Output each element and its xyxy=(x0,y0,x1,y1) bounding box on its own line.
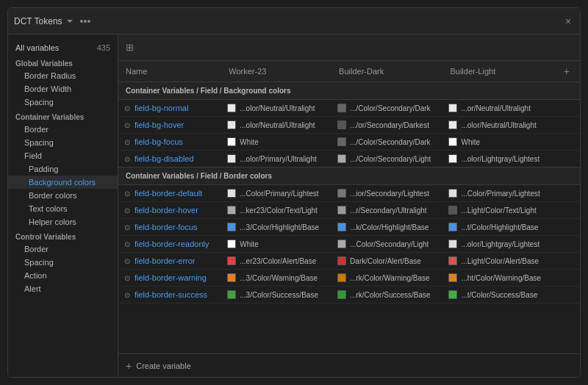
sidebar-item-control-spacing[interactable]: Spacing xyxy=(8,256,118,269)
section-container-variables: Container Variables xyxy=(8,109,118,123)
variable-icon: ⊙ xyxy=(124,274,130,282)
empty-cell xyxy=(553,219,580,236)
name-cell: ⊙ field-bg-focus xyxy=(118,134,221,151)
value-text: ...or/Neutral/Ultralight xyxy=(461,104,530,112)
color-swatch xyxy=(337,206,346,215)
builder-light-cell: ...t/Color/Success/Base xyxy=(442,287,553,303)
color-swatch xyxy=(337,137,346,146)
color-swatch xyxy=(448,223,457,231)
sidebar-item-background-colors[interactable]: Background colors xyxy=(8,176,118,189)
value-text: ...Color/Primary/Lightest xyxy=(240,190,318,198)
worker23-cell: ...ker23/Color/Text/Light xyxy=(221,202,331,219)
title-bar-right: × xyxy=(562,15,574,27)
builder-dark-cell: .../Color/Secondary/Light xyxy=(331,151,442,168)
builder-dark-cell: ...k/Color/Highlight/Base xyxy=(331,219,442,236)
worker23-cell: ...3/Color/Warning/Base xyxy=(221,270,331,287)
color-swatch xyxy=(337,154,346,163)
name-cell: ⊙ field-border-error xyxy=(118,253,221,270)
sidebar-item-container-spacing[interactable]: Spacing xyxy=(8,136,118,149)
more-options-button[interactable]: ••• xyxy=(77,14,94,29)
value-text: ...olor/Lightgray/Lightest xyxy=(461,155,539,163)
section-control-variables: Control Variables xyxy=(8,229,118,242)
color-swatch xyxy=(227,223,236,231)
value-text: ...Color/Primary/Lightest xyxy=(461,190,539,198)
value-text: ...r/Secondary/Ultralight xyxy=(350,206,427,215)
section-header-bg: Container Variables / Field / Background… xyxy=(118,82,580,100)
worker23-cell: ...Color/Primary/Lightest xyxy=(221,185,331,202)
builder-light-cell: ...ht/Color/Warning/Base xyxy=(442,270,553,287)
variable-name[interactable]: field-bg-hover xyxy=(135,120,184,129)
value-text: White xyxy=(461,138,480,146)
sidebar-item-field[interactable]: Field xyxy=(8,149,118,162)
value-text: ...Light/Color/Text/Light xyxy=(461,206,536,215)
builder-dark-cell: Dark/Color/Alert/Base xyxy=(331,253,442,270)
builder-dark-cell: .../Color/Secondary/Dark xyxy=(331,134,442,151)
create-variable-icon: + xyxy=(126,360,132,372)
color-swatch xyxy=(448,290,457,299)
empty-cell xyxy=(553,270,580,287)
col-header-worker23: Worker-23 xyxy=(221,61,331,82)
variable-name[interactable]: field-border-default xyxy=(135,189,202,198)
sidebar-item-helper-colors[interactable]: Helper colors xyxy=(8,215,118,229)
sidebar-item-text-colors[interactable]: Text colors xyxy=(8,202,118,215)
variable-icon: ⊙ xyxy=(124,257,130,265)
sidebar-item-padding[interactable]: Padding xyxy=(8,162,118,176)
table-row: ⊙ field-border-error ...er23/Color/Alert… xyxy=(118,253,580,270)
title-bar: DCT Tokens ••• × xyxy=(8,8,580,35)
variable-name[interactable]: field-border-readonly xyxy=(135,240,209,248)
color-swatch xyxy=(337,240,346,248)
panel-layout-icon[interactable]: ⊞ xyxy=(126,42,134,53)
add-column-button[interactable]: + xyxy=(561,64,573,79)
variable-name[interactable]: field-border-success xyxy=(135,290,207,299)
sidebar-item-border-colors[interactable]: Border colors xyxy=(8,189,118,202)
all-variables-header[interactable]: All variables 435 xyxy=(8,40,118,55)
variable-name[interactable]: field-border-hover xyxy=(135,206,198,215)
value-text: .../or/Secondary/Darkest xyxy=(350,121,429,129)
variable-name[interactable]: field-bg-disabled xyxy=(135,154,194,163)
variable-name[interactable]: field-border-focus xyxy=(135,223,198,231)
panel-toolbar: ⊞ xyxy=(118,35,580,61)
table-header-row: Name Worker-23 Builder-Dark Builder-Ligh… xyxy=(118,61,580,82)
color-swatch xyxy=(227,273,236,282)
value-text: ...k/Color/Highlight/Base xyxy=(350,223,429,231)
sidebar-item-border-width[interactable]: Border Width xyxy=(8,82,118,96)
name-cell: ⊙ field-border-warning xyxy=(118,270,221,287)
value-text: ...olor/Neutral/Ultralight xyxy=(240,121,315,129)
table-row: ⊙ field-border-hover ...ker23/Color/Text… xyxy=(118,202,580,219)
builder-dark-cell: ...rk/Color/Warning/Base xyxy=(331,270,442,287)
variable-name[interactable]: field-bg-normal xyxy=(135,104,188,112)
builder-light-cell: ...Color/Primary/Lightest xyxy=(442,185,553,202)
variable-name[interactable]: field-border-error xyxy=(135,256,196,265)
color-swatch xyxy=(227,154,236,163)
section-header-border: Container Variables / Field / Border col… xyxy=(118,168,580,185)
color-swatch xyxy=(448,273,457,282)
sidebar-item-container-border[interactable]: Border xyxy=(8,123,118,136)
variable-icon: ⊙ xyxy=(124,121,130,129)
value-text: .../Color/Secondary/Dark xyxy=(350,138,431,146)
variable-icon: ⊙ xyxy=(124,138,130,146)
table-row: ⊙ field-border-readonly White...Color/Se… xyxy=(118,236,580,253)
builder-light-cell: ...olor/Lightgray/Lightest xyxy=(442,151,553,168)
variable-name[interactable]: field-border-warning xyxy=(135,273,207,282)
col-header-builder-dark: Builder-Dark xyxy=(331,61,442,82)
empty-cell xyxy=(553,287,580,303)
sidebar-item-global-spacing[interactable]: Spacing xyxy=(8,96,118,109)
create-variable-button[interactable]: Create variable xyxy=(136,361,191,370)
sidebar-item-control-border[interactable]: Border xyxy=(8,242,118,256)
sidebar-item-border-radius[interactable]: Border Radius xyxy=(8,69,118,82)
value-text: .../Color/Secondary/Light xyxy=(350,155,431,163)
empty-cell xyxy=(553,151,580,168)
color-swatch xyxy=(227,120,236,129)
value-text: ...olor/Primary/Ultralight xyxy=(240,155,316,163)
worker23-cell: White xyxy=(221,134,331,151)
variable-name[interactable]: field-bg-focus xyxy=(135,137,183,146)
empty-cell xyxy=(553,134,580,151)
color-swatch xyxy=(227,256,236,265)
table-container: Name Worker-23 Builder-Dark Builder-Ligh… xyxy=(118,61,580,353)
close-button[interactable]: × xyxy=(562,15,574,27)
sidebar-item-alert[interactable]: Alert xyxy=(8,282,118,295)
sidebar-item-action[interactable]: Action xyxy=(8,269,118,282)
empty-cell xyxy=(553,253,580,270)
table-body: Container Variables / Field / Background… xyxy=(118,82,580,303)
section-label: Container Variables / Field / Background… xyxy=(118,82,580,100)
